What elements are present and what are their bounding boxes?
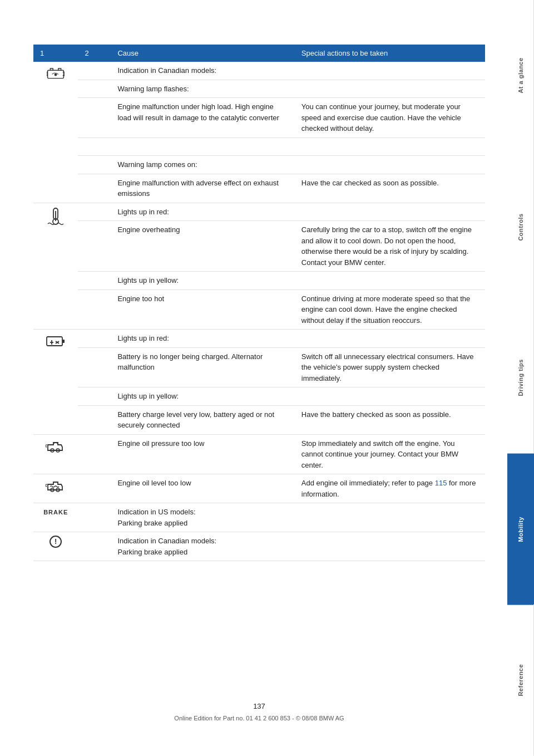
action-stop-cool: Carefully bring the car to a stop, switc… — [295, 221, 485, 272]
engine-check-icon — [47, 65, 65, 81]
circle-exclaim-icon: ! — [50, 536, 62, 548]
action-empty4 — [295, 203, 485, 221]
lights-yellow-battery: Lights up in yellow: — [111, 387, 294, 406]
sidebar-tab-at-a-glance[interactable]: At a glance — [507, 0, 534, 151]
table-row: Engine oil pressure too low Stop immedia… — [33, 434, 485, 474]
col2-empty — [78, 138, 111, 156]
brake-ca-icon-cell: ! — [33, 532, 78, 561]
warning-lamp-flashes: Warning lamp flashes: — [111, 80, 294, 98]
table-row: Engine malfunction with adverse effect o… — [33, 174, 485, 203]
table-row: Lights up in red: — [33, 203, 485, 221]
engine-check-icon-cell — [33, 62, 78, 203]
col2-empty — [78, 289, 111, 330]
oil-pressure-low: Engine oil pressure too low — [111, 434, 294, 474]
table-row — [33, 138, 485, 156]
col2-empty — [78, 62, 111, 80]
sidebar-tab-label: Driving tips — [517, 360, 524, 397]
col2-empty — [78, 203, 111, 221]
action-battery-checked: Have the battery checked as soon as poss… — [295, 405, 485, 434]
svg-point-1 — [55, 74, 57, 76]
brake-ca-action — [295, 532, 485, 561]
brake-ca-text: Indication in Canadian models:Parking br… — [111, 532, 294, 561]
table-row: Lights up in yellow: — [33, 272, 485, 290]
action-empty5 — [295, 272, 485, 290]
col2-empty — [78, 174, 111, 203]
header-cause: Cause — [111, 45, 294, 62]
col2-empty — [78, 532, 111, 561]
table-row: Engine overheating Carefully bring the c… — [33, 221, 485, 272]
table-row: Warning lamp comes on: — [33, 156, 485, 174]
empty-action — [295, 138, 485, 156]
table-row: ! Indication in Canadian models:Parking … — [33, 532, 485, 561]
action-switch-off-consumers: Switch off all unnecessary electrical co… — [295, 347, 485, 387]
action-empty7 — [295, 387, 485, 406]
action-empty3 — [295, 156, 485, 174]
col2-empty — [78, 156, 111, 174]
col2-empty — [78, 272, 111, 290]
engine-too-hot: Engine too hot — [111, 289, 294, 330]
sidebar-tab-driving-tips[interactable]: Driving tips — [507, 302, 534, 454]
engine-overheating: Engine overheating — [111, 221, 294, 272]
col2-empty — [78, 98, 111, 138]
table-row: Lights up in yellow: — [33, 387, 485, 406]
warning-lamp-on: Warning lamp comes on: — [111, 156, 294, 174]
col2-empty — [78, 347, 111, 387]
col2-empty — [78, 434, 111, 474]
battery-icon — [46, 333, 66, 350]
brake-us-action — [295, 503, 485, 532]
header-actions: Special actions to be taken — [295, 45, 485, 62]
action-car-checked: Have the car checked as soon as possible… — [295, 174, 485, 203]
sidebar-tab-label: Controls — [517, 213, 524, 240]
footer-text: Online Edition for Part no. 01 41 2 600 … — [174, 715, 344, 721]
actions-empty1 — [295, 62, 485, 80]
warning-table: 1 2 Cause Special actions to be taken — [33, 45, 485, 561]
col2-empty — [78, 474, 111, 503]
temp-icon-cell — [33, 203, 78, 330]
battery-charge-low: Battery charge level very low, battery a… — [111, 405, 294, 434]
sidebar-tab-reference[interactable]: Reference — [507, 605, 534, 756]
battery-not-charging: Battery is no longer being charged. Alte… — [111, 347, 294, 387]
sidebar-tab-label: At a glance — [517, 58, 524, 94]
battery-icon-cell — [33, 330, 78, 435]
table-row: BRAKE Indication in US models:Parking br… — [33, 503, 485, 532]
page-footer: 137 Online Edition for Part no. 01 41 2 … — [33, 685, 485, 723]
col2-empty — [78, 405, 111, 434]
col2-empty — [78, 221, 111, 272]
oil-pressure-icon — [46, 438, 66, 455]
page-number: 137 — [33, 702, 485, 710]
brake-us-icon-cell: BRAKE — [33, 503, 78, 532]
action-empty6 — [295, 330, 485, 348]
right-sidebar: At a glance Controls Driving tips Mobili… — [507, 0, 534, 756]
sidebar-tab-label: Reference — [517, 664, 524, 696]
table-row: Engine oil level too low Add engine oil … — [33, 474, 485, 503]
oil-pressure-icon-cell — [33, 434, 78, 474]
temp-icon — [46, 207, 66, 227]
sidebar-tab-label: Mobility — [517, 517, 524, 542]
action-moderate-speed: Continue driving at more moderate speed … — [295, 289, 485, 330]
brake-us-text: Indication in US models:Parking brake ap… — [111, 503, 294, 532]
lights-yellow-temp: Lights up in yellow: — [111, 272, 294, 290]
table-row: Warning lamp flashes: — [33, 80, 485, 98]
col2-empty — [78, 387, 111, 406]
brake-text-icon: BRAKE — [43, 509, 68, 516]
indication-canadian: Indication in Canadian models: — [111, 62, 294, 80]
lights-red-battery: Lights up in red: — [111, 330, 294, 348]
oil-level-icon-cell — [33, 474, 78, 503]
svg-rect-6 — [62, 340, 65, 343]
col2-empty — [78, 330, 111, 348]
sidebar-tab-mobility[interactable]: Mobility — [507, 454, 534, 605]
header-col2: 2 — [78, 45, 111, 62]
table-row: Engine malfunction under high load. High… — [33, 98, 485, 138]
lights-red-temp: Lights up in red: — [111, 203, 294, 221]
action-add-oil: Add engine oil immediately; refer to pag… — [295, 474, 485, 503]
actions-empty2 — [295, 80, 485, 98]
sidebar-tab-controls[interactable]: Controls — [507, 151, 534, 303]
action-continue-journey: You can continue your journey, but moder… — [295, 98, 485, 138]
table-row: Engine too hot Continue driving at more … — [33, 289, 485, 330]
empty-row — [111, 138, 294, 156]
engine-malfunction-exhaust: Engine malfunction with adverse effect o… — [111, 174, 294, 203]
col2-empty — [78, 503, 111, 532]
page-link: 115 — [435, 479, 447, 487]
col2-empty — [78, 80, 111, 98]
action-stop-switch-off: Stop immediately and switch off the engi… — [295, 434, 485, 474]
